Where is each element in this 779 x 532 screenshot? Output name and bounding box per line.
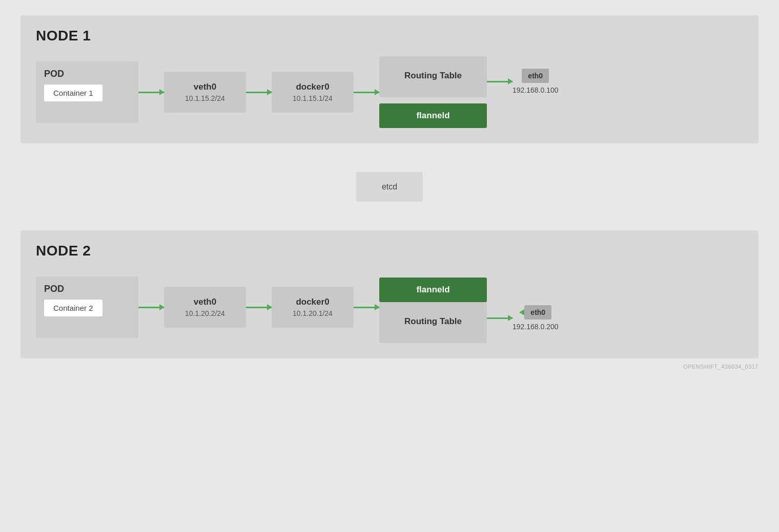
veth0-1-title: veth0 (194, 82, 216, 92)
arrowhead3 (375, 89, 380, 95)
node1-panel: NODE 1 POD Container 1 veth0 10.1.15.2/2… (20, 15, 758, 143)
container1-box: Container 1 (44, 84, 102, 101)
arrowhead6 (267, 304, 272, 310)
pod2-box: POD Container 2 (36, 276, 138, 338)
veth0-2-title: veth0 (194, 297, 216, 307)
flanneld1-box: flanneld (379, 103, 487, 128)
etcd-label: etcd (382, 182, 397, 191)
node1-title: NODE 1 (36, 28, 743, 44)
container2-label: Container 2 (53, 304, 93, 312)
flanneld2-box: flanneld (379, 278, 487, 302)
veth0-1-ip: 10.1.15.2/24 (185, 94, 225, 102)
arrowhead7 (375, 304, 380, 310)
docker0-1-ip: 10.1.15.1/24 (293, 94, 333, 102)
node2-network-row: POD Container 2 veth0 10.1.20.2/24 (36, 271, 743, 343)
line-routing2-eth0 (487, 317, 512, 319)
veth0-2-box: veth0 10.1.20.2/24 (164, 287, 246, 328)
container2-box: Container 2 (44, 300, 102, 316)
docker0-2-box: docker0 10.1.20.1/24 (272, 287, 354, 328)
etcd-box: etcd (356, 172, 423, 202)
eth0-2-ip: 192.168.0.200 (512, 323, 559, 331)
docker0-1-box: docker0 10.1.15.1/24 (272, 72, 354, 113)
routing-flanneld-1: Routing Table flanneld (379, 56, 487, 128)
arrowhead2 (267, 89, 272, 95)
eth0-1-ip: 192.168.0.100 (512, 86, 559, 94)
pod1-label: POD (44, 69, 64, 79)
pod2-label: POD (44, 284, 64, 294)
node1-network-row: POD Container 1 veth0 10.1.15.2/24 (36, 56, 743, 128)
line-docker0-routing1 (354, 92, 379, 93)
arrowhead5 (159, 304, 165, 310)
diagram-wrapper: NODE 1 POD Container 1 veth0 10.1.15.2/2… (20, 15, 758, 370)
line-pod2-veth0 (138, 307, 164, 308)
line-pod1-veth0 (138, 92, 164, 93)
eth0-2-wrapper: eth0 192.168.0.200 (512, 305, 559, 331)
routing-flanneld-2: flanneld Routing Table (379, 271, 487, 343)
docker0-1-title: docker0 (296, 82, 329, 92)
eth0-1-badge: eth0 (522, 69, 549, 83)
line-routing1-eth0 (487, 81, 512, 82)
arrowhead-left (519, 309, 524, 315)
docker0-2-ip: 10.1.20.1/24 (293, 309, 333, 317)
routing-table-1-box: Routing Table (379, 56, 487, 97)
line-docker0-routing2 (354, 307, 379, 308)
node2-title: NODE 2 (36, 243, 743, 259)
routing-table-1-title: Routing Table (404, 71, 462, 81)
node2-panel: NODE 2 POD Container 2 veth0 10.1.20.2/2… (20, 230, 758, 358)
routing-table-2-title: Routing Table (404, 316, 462, 327)
arrowhead8 (508, 315, 513, 321)
veth0-1-box: veth0 10.1.15.2/24 (164, 72, 246, 113)
routing-table-2-box: Routing Table (379, 302, 487, 343)
flanneld1-label: flanneld (416, 111, 449, 121)
middle-section: etcd (20, 143, 758, 230)
docker0-2-title: docker0 (296, 297, 329, 307)
flanneld2-label: flanneld (416, 285, 449, 295)
main-container: NODE 1 POD Container 1 veth0 10.1.15.2/2… (20, 15, 758, 370)
container1-label: Container 1 (53, 89, 93, 97)
eth0-2-badge: eth0 (524, 305, 551, 320)
line-veth0-docker0-2 (246, 307, 272, 308)
veth0-2-ip: 10.1.20.2/24 (185, 309, 225, 317)
line-veth0-docker0-1 (246, 92, 272, 93)
arrowhead4 (508, 78, 513, 84)
pod1-box: POD Container 1 (36, 61, 138, 123)
watermark: OPENSHIFT_436034_0317 (20, 358, 758, 370)
eth0-2-with-arrow: eth0 (519, 305, 551, 320)
eth0-1-wrapper: eth0 192.168.0.100 (512, 69, 559, 94)
arrowhead1 (159, 89, 165, 95)
